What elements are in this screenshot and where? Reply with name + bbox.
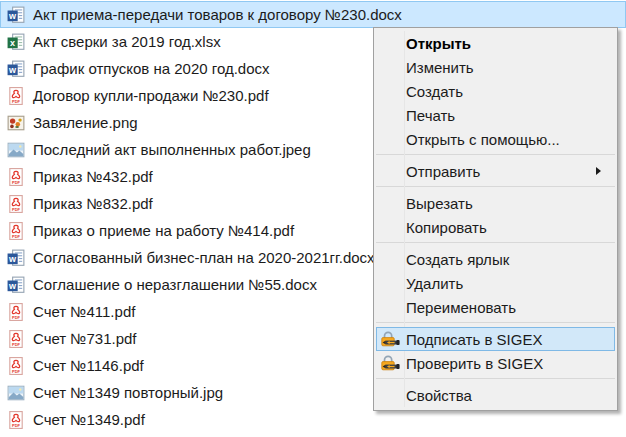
menu-item-label: Создать ярлык [406,251,509,268]
file-name: Счет №1349 повторный.jpg [33,384,223,402]
svg-text:w: w [8,64,17,74]
file-name: Соглашение о неразглашении №55.docx [33,276,317,294]
menu-item-label: Печать [406,107,455,124]
menu-separator [376,322,615,323]
file-name: Договор купли-продажи №230.pdf [33,87,269,105]
menu-item-create[interactable]: Создать [376,79,615,103]
menu-item-delete[interactable]: Удалить [376,271,615,295]
menu-item-properties[interactable]: Свойства [376,383,615,407]
menu-item-label: Подписать в SIGEX [406,331,542,348]
menu-item-edit[interactable]: Изменить [376,55,615,79]
svg-text:PDF: PDF [12,314,21,319]
svg-text:PDF: PDF [12,179,21,184]
menu-item-sigex-verify[interactable]: Проверить в SIGEX [376,351,615,375]
svg-text:PDF: PDF [12,233,21,238]
menu-item-label: Вырезать [406,195,473,212]
svg-text:PDF: PDF [12,368,21,373]
pdf-icon: PDF [7,357,25,375]
menu-item-cut[interactable]: Вырезать [376,191,615,215]
menu-item-label: Изменить [406,59,474,76]
menu-item-label: Переименовать [406,299,516,316]
svg-text:w: w [8,10,17,20]
menu-item-open-with[interactable]: Открыть с помощью... [376,127,615,151]
submenu-arrow-icon [596,167,601,175]
menu-item-label: Проверить в SIGEX [406,355,543,372]
menu-item-label: Копировать [406,219,487,236]
svg-text:PDF: PDF [12,422,21,427]
menu-item-create-shortcut[interactable]: Создать ярлык [376,247,615,271]
pdf-icon: PDF [7,168,25,186]
file-row[interactable]: w Акт приема-передачи товаров к договору… [0,1,626,28]
pdf-icon: PDF [7,87,25,105]
image-photo-icon [7,141,25,159]
file-name: Акт сверки за 2019 год.xlsx [33,33,221,51]
file-name: Приказ о приеме на работу №414.pdf [33,222,294,240]
image-flowers-icon [7,114,25,132]
file-name: Приказ №432.pdf [33,168,153,186]
file-name: Счет №411.pdf [33,303,135,321]
svg-text:w: w [8,253,17,263]
word-icon: w [7,6,25,24]
menu-item-label: Свойства [406,387,472,404]
word-icon: w [7,249,25,267]
word-icon: w [7,276,25,294]
pdf-icon: PDF [7,330,25,348]
file-name: Приказ №832.pdf [33,195,153,213]
file-name: Счет №731.pdf [33,330,137,348]
svg-text:PDF: PDF [12,98,21,103]
pdf-icon: PDF [7,222,25,240]
menu-item-label: Открыть [406,35,471,52]
file-name: График отпусков на 2020 год.docx [33,60,270,78]
sigex-sign-icon [378,329,402,349]
menu-item-sigex-sign[interactable]: Подписать в SIGEX [376,327,615,351]
svg-text:x: x [10,37,15,47]
menu-item-label: Открыть с помощью... [406,131,560,148]
menu-item-label: Отправить [406,163,480,180]
menu-item-rename[interactable]: Переименовать [376,295,615,319]
excel-icon: x [7,33,25,51]
file-name: Завяление.png [33,114,138,132]
file-name: Счет №1349.pdf [33,411,145,429]
svg-text:w: w [8,280,17,290]
menu-separator [376,186,615,187]
menu-item-open[interactable]: Открыть [376,31,615,55]
pdf-icon: PDF [7,411,25,429]
menu-separator [376,242,615,243]
file-name: Счет №1146.pdf [33,357,144,375]
file-name: Акт приема-передачи товаров к договору №… [33,6,402,24]
svg-text:PDF: PDF [12,341,21,346]
context-menu: ОткрытьИзменитьСоздатьПечатьОткрыть с по… [373,27,618,411]
menu-separator [376,154,615,155]
image-photo-icon [7,384,25,402]
pdf-icon: PDF [7,303,25,321]
word-icon: w [7,60,25,78]
file-name: Последний акт выполненных работ.jpeg [33,141,311,159]
sigex-verify-icon [378,353,402,373]
svg-text:PDF: PDF [12,206,21,211]
file-name: Согласованный бизнес-план на 2020-2021гг… [33,249,375,267]
menu-item-copy[interactable]: Копировать [376,215,615,239]
menu-item-print[interactable]: Печать [376,103,615,127]
menu-item-send-to[interactable]: Отправить [376,159,615,183]
menu-item-label: Удалить [406,275,463,292]
pdf-icon: PDF [7,195,25,213]
menu-separator [376,378,615,379]
menu-item-label: Создать [406,83,463,100]
